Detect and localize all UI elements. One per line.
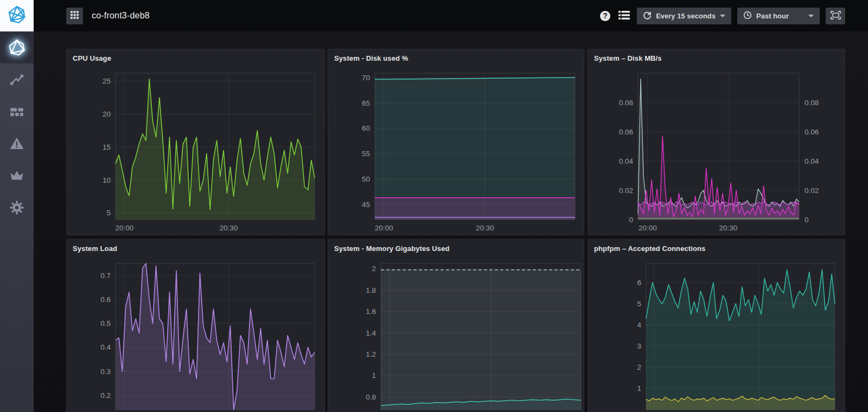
refresh-icon [643,11,652,21]
cpu-usage-chart[interactable]: 25201510520:0020:30 [67,67,324,235]
svg-text:3: 3 [637,342,641,350]
polyhedron-logo-icon [8,5,26,26]
svg-text:0.08: 0.08 [805,99,819,107]
chevron-down-icon [808,15,814,17]
svg-text:0.08: 0.08 [619,99,633,107]
svg-text:0: 0 [805,216,809,224]
svg-text:20:30: 20:30 [719,224,737,232]
phpfpm-connections-chart[interactable]: 65432120:0020:30 [588,257,845,412]
grid-icon [71,11,79,21]
time-range-dropdown[interactable]: Past hour [737,8,820,24]
svg-text:0.6: 0.6 [100,295,111,304]
refresh-interval-label: Every 15 seconds [656,12,716,20]
gear-icon [9,199,25,216]
svg-text:4: 4 [637,321,641,329]
dashboard-title: co-front3-deb8 [92,11,150,21]
svg-text:0.02: 0.02 [619,186,633,195]
svg-text:20: 20 [103,110,111,118]
svg-text:15: 15 [103,143,111,151]
sidebar-item-dashboards[interactable] [0,95,34,127]
svg-text:0.02: 0.02 [805,186,819,195]
svg-text:2: 2 [637,363,641,371]
panel-system-load: System Load 0.70.60.50.40.30.220:0020:30 [66,239,325,412]
sidebar-item-pro[interactable] [0,159,34,191]
svg-text:65: 65 [362,99,370,107]
clock-icon [743,11,752,21]
panel-title[interactable]: CPU Usage [67,49,324,62]
svg-text:0.06: 0.06 [619,128,633,136]
topnav-actions: ? Every 15 seconds [599,8,868,24]
kiosk-mode-button[interactable] [826,8,845,24]
svg-text:20:00: 20:00 [639,224,657,232]
svg-text:6: 6 [637,279,641,287]
svg-text:0.4: 0.4 [100,343,111,351]
panel-phpfpm-connections: phpfpm – Accepted Connections 65432120:0… [588,239,845,412]
svg-text:5: 5 [637,300,641,308]
alert-triangle-icon [9,136,25,152]
chevron-down-icon [720,15,725,17]
panel-memory-used: System - Memory Gigabytes Used 21.81.61.… [328,239,584,412]
svg-text:0.06: 0.06 [805,128,819,136]
svg-text:1.2: 1.2 [366,350,376,358]
panel-title[interactable]: phpfpm – Accepted Connections [588,240,845,253]
svg-text:20:30: 20:30 [220,224,238,232]
dashboards-blocks-icon [9,104,25,120]
dashboard-list-button[interactable] [617,9,631,23]
svg-text:55: 55 [362,150,370,158]
svg-text:70: 70 [362,74,370,82]
time-range-label: Past hour [756,12,789,20]
help-icon: ? [600,11,610,21]
panel-title[interactable]: System – Disk MB/s [588,49,845,62]
svg-text:1.6: 1.6 [366,307,376,316]
svg-text:20:00: 20:00 [375,224,393,232]
panel-title[interactable]: System - Disk used % [328,49,584,62]
dashboard-picker-button[interactable] [66,8,83,24]
disk-mbs-chart[interactable]: 0.080.080.060.060.040.040.020.020020:002… [588,67,845,235]
panel-cpu-usage: CPU Usage 25201510520:0020:30 [66,49,325,235]
fullscreen-icon [831,11,841,21]
panel-disk-used: System - Disk used % 70656055504520:0020… [328,49,584,235]
svg-text:0.2: 0.2 [100,391,111,400]
svg-text:2: 2 [372,265,376,273]
svg-text:1: 1 [372,371,376,379]
svg-text:0.8: 0.8 [366,393,376,401]
svg-text:1: 1 [637,384,641,392]
svg-text:5: 5 [106,209,111,217]
sidebar-item-overview[interactable] [0,31,34,63]
sidebar-item-settings[interactable] [0,191,34,223]
svg-text:0.04: 0.04 [805,157,819,165]
svg-text:0.7: 0.7 [100,272,111,280]
refresh-interval-dropdown[interactable]: Every 15 seconds [637,8,731,24]
svg-text:45: 45 [362,201,370,209]
system-load-chart[interactable]: 0.70.60.50.40.30.220:0020:30 [67,257,324,412]
sidebar-item-metrics[interactable] [0,63,34,95]
svg-text:20:30: 20:30 [476,224,494,232]
svg-text:1.8: 1.8 [366,286,376,294]
panel-title[interactable]: System - Memory Gigabytes Used [328,240,584,253]
memory-used-chart[interactable]: 21.81.61.41.210.820:0020:30 [328,257,584,412]
svg-text:0: 0 [629,216,633,224]
sidebar-item-alerts[interactable] [0,127,34,159]
metrics-line-icon [9,72,25,88]
svg-text:60: 60 [362,124,370,132]
polyhedron-icon [8,39,25,56]
svg-text:0.5: 0.5 [100,319,111,327]
svg-text:50: 50 [362,175,370,183]
top-navbar: co-front3-deb8 ? Every 15 seconds [34,0,868,31]
svg-text:10: 10 [103,176,111,184]
panel-title[interactable]: System Load [67,240,324,253]
sidebar [0,0,34,412]
svg-text:0.3: 0.3 [100,368,111,376]
list-icon [618,10,630,22]
svg-text:0.04: 0.04 [619,157,634,165]
svg-text:1.4: 1.4 [366,329,376,337]
svg-text:20:00: 20:00 [116,224,134,232]
disk-used-chart[interactable]: 70656055504520:0020:30 [328,67,584,235]
svg-text:25: 25 [103,77,111,85]
crown-icon [9,168,25,184]
panel-disk-mbs: System – Disk MB/s 0.080.080.060.060.040… [588,49,845,235]
netdata-logo[interactable] [0,0,34,31]
help-button[interactable]: ? [599,10,611,22]
